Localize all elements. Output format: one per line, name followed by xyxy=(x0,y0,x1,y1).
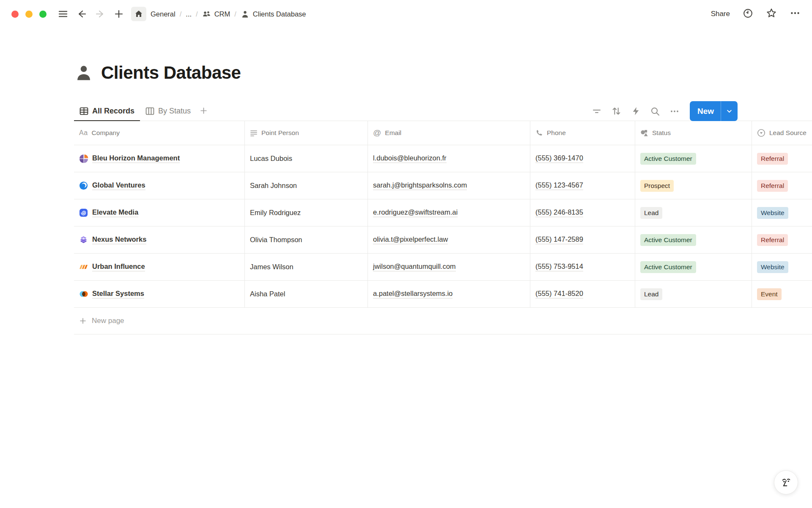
phone-cell[interactable]: (555) 123-4567 xyxy=(530,172,635,199)
email-cell[interactable]: sarah.j@brightsparksolns.com xyxy=(368,172,530,199)
status-cell[interactable]: Active Customer xyxy=(635,254,752,280)
tab-by-status[interactable]: By Status xyxy=(140,102,196,121)
lead-source-cell[interactable]: Event xyxy=(752,281,812,307)
lead-source-cell[interactable]: Website xyxy=(752,254,812,280)
email-value[interactable]: l.dubois@bleuhorizon.fr xyxy=(373,154,447,163)
point-person-cell[interactable]: Lucas Dubois xyxy=(245,145,368,172)
company-cell[interactable]: Stellar Systems xyxy=(74,281,245,307)
status-cell[interactable]: Active Customer xyxy=(635,145,752,172)
lead-source-cell[interactable]: Referral xyxy=(752,226,812,253)
zap-icon[interactable] xyxy=(629,104,643,118)
view-more-icon[interactable] xyxy=(668,104,682,118)
new-tab-icon[interactable] xyxy=(112,8,125,20)
company-cell[interactable]: Elevate Media xyxy=(74,199,245,226)
status-cell[interactable]: Active Customer xyxy=(635,226,752,253)
phone-value[interactable]: (555) 741-8520 xyxy=(535,290,583,298)
phone-value[interactable]: (555) 753-9514 xyxy=(535,262,583,271)
company-name[interactable]: Elevate Media xyxy=(92,208,138,217)
new-button-chevron-down-icon[interactable] xyxy=(721,101,738,121)
email-cell[interactable]: e.rodriguez@swiftstream.ai xyxy=(368,199,530,226)
point-person-cell[interactable]: Aisha Patel xyxy=(245,281,368,307)
forward-icon[interactable] xyxy=(94,8,107,20)
point-person-cell[interactable]: Sarah Johnson xyxy=(245,172,368,199)
add-view-icon[interactable] xyxy=(196,105,211,117)
back-icon[interactable] xyxy=(75,8,88,20)
column-header-email[interactable]: @ Email xyxy=(368,121,530,145)
sort-icon[interactable] xyxy=(609,104,623,118)
column-header-status[interactable]: Status xyxy=(635,121,752,145)
phone-cell[interactable]: (555) 369-1470 xyxy=(530,145,635,172)
breadcrumb-label: ... xyxy=(186,10,192,18)
company-name[interactable]: Urban Influence xyxy=(92,262,145,271)
point-person-cell[interactable]: James Wilson xyxy=(245,254,368,280)
company-name[interactable]: Bleu Horizon Management xyxy=(92,154,180,163)
table-row[interactable]: Urban Influence James Wilson jwilson@qua… xyxy=(74,254,812,281)
tab-all-records[interactable]: All Records xyxy=(74,102,140,121)
company-cell[interactable]: Nexus Networks xyxy=(74,226,245,253)
table-row[interactable]: Nexus Networks Olivia Thompson olivia.t@… xyxy=(74,226,812,254)
status-cell[interactable]: Lead xyxy=(635,199,752,226)
phone-cell[interactable]: (555) 741-8520 xyxy=(530,281,635,307)
point-person-cell[interactable]: Olivia Thompson xyxy=(245,226,368,253)
email-cell[interactable]: olivia.t@pixelperfect.law xyxy=(368,226,530,253)
email-value[interactable]: e.rodriguez@swiftstream.ai xyxy=(373,208,458,217)
sidebar-toggle-icon[interactable] xyxy=(57,8,69,20)
email-value[interactable]: sarah.j@brightsparksolns.com xyxy=(373,181,467,190)
breadcrumb-item-collapsed[interactable]: ... xyxy=(186,10,192,18)
notion-ai-face-button[interactable] xyxy=(774,470,798,494)
lead-source-cell[interactable]: Website xyxy=(752,199,812,226)
phone-value[interactable]: (555) 123-4567 xyxy=(535,181,583,190)
status-cell[interactable]: Prospect xyxy=(635,172,752,199)
phone-cell[interactable]: (555) 753-9514 xyxy=(530,254,635,280)
page-title[interactable]: Clients Database xyxy=(101,63,241,83)
company-name[interactable]: Stellar Systems xyxy=(92,290,144,298)
column-header-lead-source[interactable]: Lead Source xyxy=(752,121,812,145)
phone-value[interactable]: (555) 369-1470 xyxy=(535,154,583,163)
share-button[interactable]: Share xyxy=(711,10,730,18)
email-value[interactable]: a.patel@stellarsystems.io xyxy=(373,290,453,298)
minimize-window-button[interactable] xyxy=(25,11,33,18)
email-cell[interactable]: l.dubois@bleuhorizon.fr xyxy=(368,145,530,172)
column-header-phone[interactable]: Phone xyxy=(530,121,635,145)
column-header-point-person[interactable]: Point Person xyxy=(245,121,368,145)
status-cell[interactable]: Lead xyxy=(635,281,752,307)
zoom-window-button[interactable] xyxy=(39,11,47,18)
lead-source-cell[interactable]: Referral xyxy=(752,145,812,172)
breadcrumb-label: CRM xyxy=(214,10,230,18)
column-header-company[interactable]: Aa Company xyxy=(74,121,245,145)
company-name[interactable]: Nexus Networks xyxy=(92,235,146,244)
company-cell[interactable]: Global Ventures xyxy=(74,172,245,199)
company-name[interactable]: Global Ventures xyxy=(92,181,145,190)
home-icon[interactable] xyxy=(131,7,146,21)
search-icon[interactable] xyxy=(648,104,662,118)
updates-clock-icon[interactable] xyxy=(743,8,753,20)
phone-cell[interactable]: (555) 246-8135 xyxy=(530,199,635,226)
table-row[interactable]: Elevate Media Emily Rodriguez e.rodrigue… xyxy=(74,199,812,226)
more-options-icon[interactable] xyxy=(790,8,801,20)
breadcrumb-item-crm[interactable]: CRM xyxy=(202,10,230,19)
email-value[interactable]: jwilson@quantumquill.com xyxy=(373,262,456,271)
filter-icon[interactable] xyxy=(590,104,604,118)
point-person-cell[interactable]: Emily Rodriguez xyxy=(245,199,368,226)
close-window-button[interactable] xyxy=(11,11,19,18)
page-icon-person[interactable] xyxy=(74,63,93,83)
favorite-star-icon[interactable] xyxy=(766,8,777,20)
new-button[interactable]: New xyxy=(690,101,721,121)
view-tab-bar: All Records By Status xyxy=(74,102,812,121)
company-cell[interactable]: Bleu Horizon Management xyxy=(74,145,245,172)
phone-value[interactable]: (555) 147-2589 xyxy=(535,235,583,244)
new-page-row[interactable]: New page xyxy=(74,308,812,334)
breadcrumb-item-general[interactable]: General xyxy=(151,10,176,18)
phone-cell[interactable]: (555) 147-2589 xyxy=(530,226,635,253)
lead-source-cell[interactable]: Referral xyxy=(752,172,812,199)
email-cell[interactable]: jwilson@quantumquill.com xyxy=(368,254,530,280)
company-cell[interactable]: Urban Influence xyxy=(74,254,245,280)
email-cell[interactable]: a.patel@stellarsystems.io xyxy=(368,281,530,307)
board-view-icon xyxy=(145,107,154,116)
table-row[interactable]: Global Ventures Sarah Johnson sarah.j@br… xyxy=(74,172,812,199)
breadcrumb-item-clients-database[interactable]: Clients Database xyxy=(241,10,306,19)
table-row[interactable]: Bleu Horizon Management Lucas Dubois l.d… xyxy=(74,145,812,172)
email-value[interactable]: olivia.t@pixelperfect.law xyxy=(373,235,448,244)
phone-value[interactable]: (555) 246-8135 xyxy=(535,208,583,217)
table-row[interactable]: Stellar Systems Aisha Patel a.patel@stel… xyxy=(74,281,812,308)
